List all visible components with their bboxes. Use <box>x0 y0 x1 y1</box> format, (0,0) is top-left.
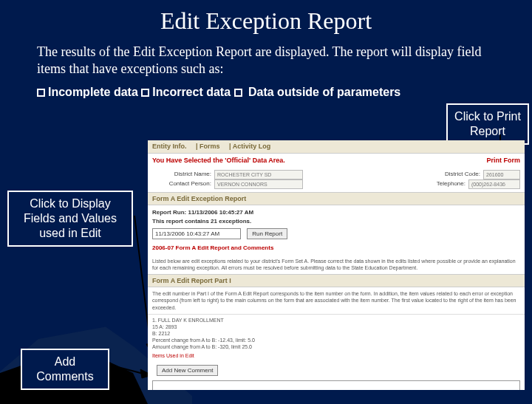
run-report-button[interactable]: Run Report <box>247 228 287 239</box>
district-code-label: District Code: <box>429 170 480 179</box>
page-title: Edit Exception Report <box>0 0 532 35</box>
report-date-input[interactable]: 11/13/2006 10:43:27 AM <box>152 228 241 239</box>
telephone-label: Telephone: <box>414 179 466 189</box>
part1-description: The edit number in Part I of the Form A … <box>148 287 525 313</box>
tab-entity-info[interactable]: Entity Info. <box>152 143 187 150</box>
arrow-icon <box>109 360 154 380</box>
selected-area-msg: You Have Selected the 'Official' Data Ar… <box>148 154 525 167</box>
callout-add-comments: Add Comments <box>21 349 109 390</box>
contact-person-value: VERNON CONNORS <box>214 179 303 189</box>
exception-count: This report contains 21 exceptions. <box>152 217 520 225</box>
part1-header: Form A Edit Report Part I <box>148 274 525 287</box>
rpt-line: 15 A: 2893 <box>152 323 520 330</box>
section-form-a-header: Form A Edit Exception Report <box>148 192 525 205</box>
rpt-line: Amount change from A to B: -320, limit 2… <box>152 343 520 350</box>
bullet-row: Incomplete data Incorrect data Data outs… <box>0 81 532 99</box>
app-screenshot: Entity Info. | Forms | Activity Log You … <box>148 140 525 390</box>
bullet-1: Incomplete data <box>48 86 138 98</box>
report-run-line: Report Run: 11/13/2006 10:45:27 AM <box>152 208 520 216</box>
selected-area-text: You Have Selected the 'Official' Data Ar… <box>152 157 285 164</box>
tab-activity-log[interactable]: Activity Log <box>233 143 271 150</box>
district-name-value: ROCHESTER CITY SD <box>214 170 303 179</box>
tab-bar: Entity Info. | Forms | Activity Log <box>148 140 525 154</box>
square-bullet-icon <box>234 89 242 97</box>
intro-text: The results of the Edit Exception Report… <box>0 35 532 81</box>
svg-line-4 <box>109 365 143 374</box>
telephone-value: (000)262-8436 <box>468 179 520 189</box>
add-new-comment-button[interactable]: Add New Comment <box>157 365 218 376</box>
report-run-value: 11/13/2006 10:45:27 AM <box>188 209 253 216</box>
callout-display-fields: Click to Display Fields and Values used … <box>7 191 133 247</box>
bullet-2: Incorrect data <box>152 86 231 98</box>
tab-forms[interactable]: Forms <box>200 143 220 150</box>
contact-person-label: Contact Person: <box>152 179 211 189</box>
items-used-link[interactable]: Items Used in Edit <box>152 352 520 359</box>
callout-print-report: Click to Print Report <box>446 103 529 145</box>
report-intro: Listed below are edit exceptions related… <box>148 255 525 274</box>
bullet-3: Data outside of parameters <box>248 86 400 98</box>
district-fields: District Name: ROCHESTER CITY SD Distric… <box>148 167 525 192</box>
report-run-label: Report Run: <box>152 209 186 216</box>
square-bullet-icon <box>37 89 45 97</box>
comment-textarea[interactable] <box>152 380 520 390</box>
rpt-line: Percent change from A to B: -12.43, limi… <box>152 337 520 343</box>
rpt-line: 1. FULL DAY K ENROLLMENT <box>152 317 520 323</box>
district-code-value: 261600 <box>483 170 520 179</box>
rpt-line: B: 2212 <box>152 330 520 337</box>
square-bullet-icon <box>141 89 149 97</box>
district-name-label: District Name: <box>152 170 211 179</box>
report-title: 2006-07 Form A Edit Report and Comments <box>152 244 520 252</box>
exception-detail: 1. FULL DAY K ENROLLMENT 15 A: 2893 B: 2… <box>148 314 525 363</box>
print-form-link[interactable]: Print Form <box>486 157 520 164</box>
